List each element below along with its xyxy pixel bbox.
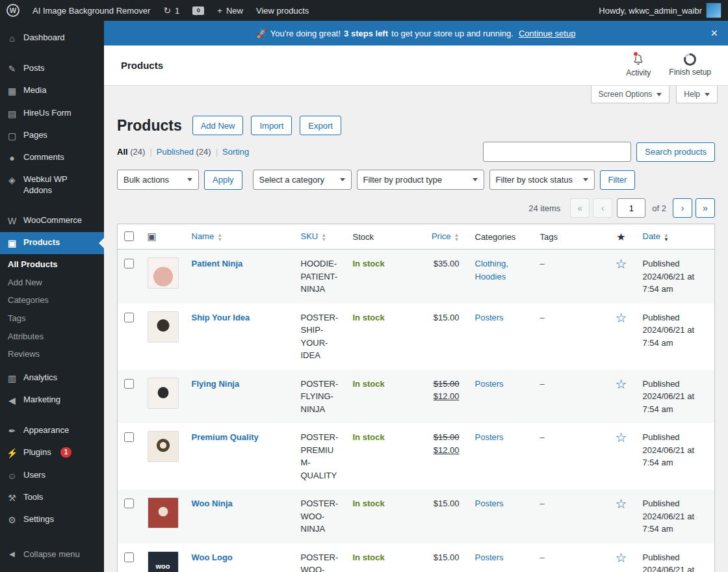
product-sku: POSTER-WOO-NINJA — [294, 489, 346, 543]
sidebar-item-tools[interactable]: ⚒ Tools — [0, 487, 104, 509]
featured-star-icon[interactable]: ☆ — [616, 257, 627, 271]
product-thumbnail[interactable] — [148, 378, 179, 409]
pages-icon: ▢ — [6, 130, 18, 142]
column-header-price[interactable]: Price▲▼ — [409, 224, 469, 250]
current-page-input[interactable] — [617, 198, 645, 218]
site-name-link[interactable]: AI Image Background Remover — [26, 0, 157, 21]
menu-separator — [0, 411, 104, 420]
bulk-actions-select[interactable]: Bulk actions — [117, 170, 199, 190]
category-links[interactable]: Posters — [475, 313, 504, 322]
column-header-featured[interactable]: ★ — [606, 224, 636, 250]
stock-status: In stock — [353, 259, 385, 268]
sidebar-item-users[interactable]: ☺ Users — [0, 465, 104, 487]
product-name-link[interactable]: Ship Your Idea — [192, 313, 250, 322]
sidebar-item-appearance[interactable]: ✒ Appearance — [0, 420, 104, 442]
row-checkbox[interactable] — [124, 432, 134, 442]
category-links[interactable]: Posters — [475, 552, 504, 562]
stock-status-filter-select[interactable]: Filter by stock status — [489, 170, 595, 190]
sidebar-item-settings[interactable]: ⚙ Settings — [0, 509, 104, 531]
submenu-attributes[interactable]: Attributes — [0, 328, 104, 346]
sidebar-item-hireus-form[interactable]: ▤ HireUs Form — [0, 103, 104, 125]
category-links[interactable]: Posters — [475, 499, 504, 508]
category-links[interactable]: Posters — [475, 379, 504, 389]
add-new-button[interactable]: Add New — [192, 116, 244, 135]
submenu-tags[interactable]: Tags — [0, 309, 104, 328]
featured-star-icon[interactable]: ☆ — [616, 551, 627, 565]
table-row: Flying Ninja POSTER-FLYING-NINJA In stoc… — [118, 370, 715, 424]
featured-star-icon[interactable]: ☆ — [616, 497, 627, 511]
product-thumbnail[interactable] — [148, 497, 179, 528]
sidebar-item-woocommerce[interactable]: W WooCommerce — [0, 210, 104, 232]
row-checkbox[interactable] — [124, 379, 134, 389]
sidebar-item-webkul-addons[interactable]: ◈ Webkul WP Addons — [0, 169, 104, 202]
column-header-date[interactable]: Date▲▼ — [636, 224, 715, 250]
next-page-button[interactable]: › — [673, 198, 692, 218]
account-menu[interactable]: Howdy, wkwc_admin_waibr — [592, 0, 728, 21]
sidebar-item-plugins[interactable]: ⚡ Plugins 1 — [0, 442, 104, 464]
featured-star-icon[interactable]: ☆ — [616, 311, 627, 325]
featured-star-icon[interactable]: ☆ — [616, 377, 627, 391]
sidebar-item-products[interactable]: ▣ Products — [0, 232, 104, 254]
submenu-categories[interactable]: Categories — [0, 291, 104, 309]
row-checkbox[interactable] — [124, 259, 134, 268]
row-checkbox[interactable] — [124, 552, 134, 562]
plus-icon: + — [217, 6, 222, 16]
store-setup-banner: 🚀 You're doing great! 3 steps left to ge… — [104, 21, 728, 46]
column-header-name[interactable]: Name▲▼ — [185, 224, 294, 250]
submenu-all-products[interactable]: All Products — [0, 255, 104, 274]
featured-star-icon[interactable]: ☆ — [616, 430, 627, 445]
filter-button[interactable]: Filter — [600, 170, 636, 190]
product-type-filter-select[interactable]: Filter by product type — [357, 170, 484, 190]
help-tab[interactable]: Help — [676, 86, 718, 103]
import-button[interactable]: Import — [251, 116, 292, 135]
collapse-menu-button[interactable]: ◀ Collapse menu — [0, 544, 104, 564]
product-name-link[interactable]: Patient Ninja — [192, 259, 243, 268]
submenu-reviews[interactable]: Reviews — [0, 345, 104, 363]
new-content-link[interactable]: + New — [211, 0, 250, 21]
sidebar-item-marketing[interactable]: ◀ Marketing — [0, 389, 104, 411]
product-thumbnail[interactable] — [148, 257, 179, 289]
products-table: ▣ Name▲▼ SKU▲▼ Stock Price▲▼ Categories … — [117, 224, 715, 572]
column-header-sku[interactable]: SKU▲▼ — [294, 224, 346, 250]
sidebar-item-pages[interactable]: ▢ Pages — [0, 125, 104, 147]
continue-setup-link[interactable]: Continue setup — [519, 29, 575, 38]
breadcrumb: Products — [121, 60, 163, 71]
sidebar-item-analytics[interactable]: ▥ Analytics — [0, 367, 104, 389]
product-name-link[interactable]: Woo Logo — [192, 552, 233, 562]
sort-icon: ▲▼ — [664, 233, 669, 242]
category-links[interactable]: Posters — [475, 432, 504, 442]
product-thumbnail[interactable] — [148, 311, 179, 343]
updates-link[interactable]: ↻ 1 — [157, 0, 186, 21]
product-name-link[interactable]: Flying Ninja — [192, 379, 240, 389]
select-all-checkbox[interactable] — [124, 231, 134, 241]
export-button[interactable]: Export — [300, 116, 341, 135]
product-name-link[interactable]: Premium Quality — [192, 432, 259, 442]
search-input[interactable] — [483, 142, 631, 162]
search-products-button[interactable]: Search products — [636, 142, 715, 162]
sidebar-item-comments[interactable]: ● Comments — [0, 147, 104, 169]
row-checkbox[interactable] — [124, 499, 134, 508]
product-thumbnail[interactable]: woo — [148, 551, 179, 572]
submenu-add-new[interactable]: Add New — [0, 274, 104, 292]
row-checkbox[interactable] — [124, 313, 134, 322]
activity-button[interactable]: Activity — [626, 53, 651, 77]
sidebar-item-dashboard[interactable]: ⌂ Dashboard — [0, 27, 104, 49]
last-page-button[interactable]: » — [696, 198, 715, 218]
product-thumbnail[interactable] — [148, 431, 179, 462]
table-row: Premium Quality POSTER-PREMIUM-QUALITY I… — [118, 423, 715, 489]
comments-link[interactable]: 0 — [186, 0, 211, 21]
screen-options-tab[interactable]: Screen Options — [591, 86, 670, 103]
category-filter-select[interactable]: Select a category — [253, 170, 352, 190]
sidebar-item-posts[interactable]: ✎ Posts — [0, 58, 104, 80]
view-sorting-link[interactable]: Sorting — [222, 147, 249, 157]
apply-button[interactable]: Apply — [204, 170, 242, 190]
sidebar-item-media[interactable]: ▦ Media — [0, 80, 104, 102]
view-all-link[interactable]: All — [117, 147, 128, 157]
category-links[interactable]: Clothing, Hoodies — [475, 259, 508, 281]
view-products-link[interactable]: View products — [250, 0, 315, 21]
view-published-link[interactable]: Published — [157, 147, 194, 157]
product-name-link[interactable]: Woo Ninja — [192, 499, 233, 508]
close-icon[interactable]: × — [710, 27, 718, 39]
wordpress-menu[interactable]: W — [0, 0, 26, 21]
finish-setup-button[interactable]: Finish setup — [669, 53, 711, 77]
